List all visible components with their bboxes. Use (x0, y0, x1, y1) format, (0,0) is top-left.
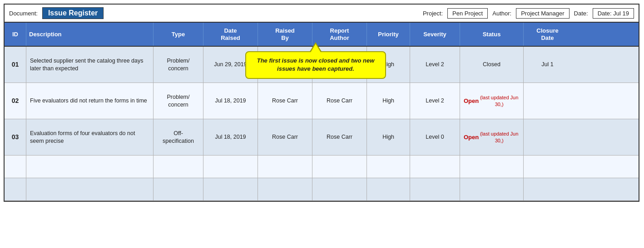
cell-raised-by: Rose Carr (258, 119, 312, 155)
cell-type (154, 178, 203, 200)
cell-description: Five evaluators did not return the forms… (26, 83, 154, 119)
cell-type: Problem/ concern (154, 83, 203, 119)
table-row (5, 156, 639, 178)
document-wrapper: Document: Issue Register Project: Pen Pr… (4, 4, 639, 202)
cell-report-author (312, 156, 367, 178)
cell-raised-by: Rose Carr (258, 83, 312, 119)
cell-id (5, 156, 26, 178)
col-header-id: ID (5, 23, 26, 46)
cell-raised-by (258, 156, 312, 178)
date-label: Date: (574, 10, 588, 17)
top-header: Document: Issue Register Project: Pen Pr… (5, 5, 639, 23)
col-header-status: Status (460, 23, 524, 46)
cell-priority: High (367, 83, 410, 119)
project-label: Project: (423, 10, 443, 17)
table-row: 03 Evaluation forms of four evaluators d… (5, 119, 639, 156)
cell-report-author: Rose Carr (312, 119, 367, 155)
cell-priority (367, 178, 410, 200)
document-title: Issue Register (42, 7, 104, 19)
cell-closure-date (524, 119, 571, 155)
cell-report-author (312, 178, 367, 200)
col-header-description: Description (26, 23, 154, 46)
cell-status: Open(last updated Jun 30,) (460, 119, 524, 155)
cell-description (26, 178, 154, 200)
cell-closure-date (524, 83, 571, 119)
cell-date-raised: Jul 18, 2019 (203, 119, 258, 155)
date-value: Date: Jul 19 (593, 8, 634, 19)
col-header-raised-by: RaisedBy (258, 23, 312, 46)
project-value: Pen Project (447, 8, 488, 19)
cell-closure-date (524, 178, 571, 200)
cell-date-raised: Jul 18, 2019 (203, 83, 258, 119)
author-value: Project Manager (516, 8, 569, 19)
cell-report-author: Rose Carr (312, 83, 367, 119)
cell-closure-date: Jul 1 (524, 47, 571, 83)
col-header-priority: Priority (367, 23, 410, 46)
cell-id: 02 (5, 83, 26, 119)
col-header-type: Type (154, 23, 203, 46)
col-header-severity: Severity (410, 23, 460, 46)
col-header-closure-date: ClosureDate (524, 23, 571, 46)
table-row (5, 178, 639, 201)
rows-wrapper: 01 Selected supplier sent the catalog th… (5, 47, 639, 201)
table-row: 02 Five evaluators did not return the fo… (5, 83, 639, 119)
cell-date-raised (203, 178, 258, 200)
cell-severity (410, 178, 460, 200)
cell-severity: Level 0 (410, 119, 460, 155)
cell-date-raised (203, 156, 258, 178)
cell-status (460, 156, 524, 178)
cell-description (26, 156, 154, 178)
cell-status: Open(last updated Jun 30,) (460, 83, 524, 119)
cell-description: Selected supplier sent the catalog three… (26, 47, 154, 83)
cell-raised-by (258, 178, 312, 200)
cell-severity: Level 2 (410, 83, 460, 119)
cell-id: 03 (5, 119, 26, 155)
cell-type: Off-specification (154, 119, 203, 155)
callout-tooltip: The first issue is now closed and two ne… (245, 51, 386, 78)
cell-id (5, 178, 26, 200)
cell-priority: High (367, 119, 410, 155)
author-label: Author: (492, 10, 511, 17)
col-header-date-raised: DateRaised (203, 23, 258, 46)
cell-type: Problem/ concern (154, 47, 203, 83)
cell-status (460, 178, 524, 200)
cell-severity: Level 2 (410, 47, 460, 83)
cell-severity (410, 156, 460, 178)
cell-priority (367, 156, 410, 178)
cell-id: 01 (5, 47, 26, 83)
cell-closure-date (524, 156, 571, 178)
cell-status: Closed (460, 47, 524, 83)
cell-type (154, 156, 203, 178)
document-label: Document: (9, 10, 38, 17)
cell-description: Evaluation forms of four evaluators do n… (26, 119, 154, 155)
